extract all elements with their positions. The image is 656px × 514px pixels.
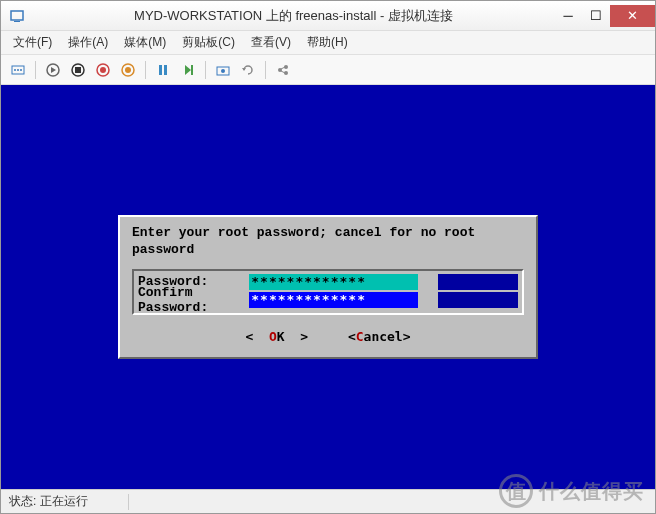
confirm-password-label: Confirm Password: [138,285,241,315]
field-container: Password: ************* Confirm Password… [132,269,524,315]
svg-rect-1 [14,21,20,22]
menu-media[interactable]: 媒体(M) [118,32,172,53]
svg-point-10 [100,67,106,73]
vm-icon [9,8,25,24]
reset-button[interactable] [177,59,199,81]
status-value: 正在运行 [40,493,88,510]
menu-clipboard[interactable]: 剪贴板(C) [176,32,241,53]
svg-rect-0 [11,11,23,20]
svg-rect-13 [159,65,162,75]
cancel-button[interactable]: <Cancel> [348,329,411,344]
menubar: 文件(F) 操作(A) 媒体(M) 剪贴板(C) 查看(V) 帮助(H) [1,31,655,55]
svg-rect-14 [164,65,167,75]
toolbar [1,55,655,85]
app-window: MYD-WORKSTATION 上的 freenas-install - 虚拟机… [0,0,656,514]
snapshot-button[interactable] [212,59,234,81]
password-input[interactable]: ************* [249,274,518,290]
svg-point-5 [20,69,22,71]
ctrl-alt-del-button[interactable] [7,59,29,81]
start-button[interactable] [42,59,64,81]
svg-rect-15 [191,65,193,75]
menu-view[interactable]: 查看(V) [245,32,297,53]
pause-button[interactable] [152,59,174,81]
svg-point-17 [221,69,225,73]
turnoff-button[interactable] [67,59,89,81]
window-title: MYD-WORKSTATION 上的 freenas-install - 虚拟机… [33,7,554,25]
confirm-password-input[interactable]: ************* [249,292,518,308]
share-button[interactable] [272,59,294,81]
svg-rect-8 [75,67,81,73]
password-dialog: Enter your root password; cancel for no … [118,215,538,359]
menu-help[interactable]: 帮助(H) [301,32,354,53]
svg-point-4 [17,69,19,71]
maximize-button[interactable]: ☐ [582,5,610,27]
svg-point-12 [125,67,131,73]
status-label: 状态: [9,493,36,510]
svg-point-3 [14,69,16,71]
ok-button[interactable]: < OK > [245,329,308,344]
statusbar: 状态: 正在运行 [1,489,655,513]
save-button[interactable] [117,59,139,81]
menu-action[interactable]: 操作(A) [62,32,114,53]
menu-file[interactable]: 文件(F) [7,32,58,53]
titlebar: MYD-WORKSTATION 上的 freenas-install - 虚拟机… [1,1,655,31]
close-button[interactable]: ✕ [610,5,655,27]
vm-console[interactable]: Enter your root password; cancel for no … [1,85,655,489]
dialog-prompt: Enter your root password; cancel for no … [132,225,524,259]
shutdown-button[interactable] [92,59,114,81]
revert-button[interactable] [237,59,259,81]
minimize-button[interactable]: ─ [554,5,582,27]
